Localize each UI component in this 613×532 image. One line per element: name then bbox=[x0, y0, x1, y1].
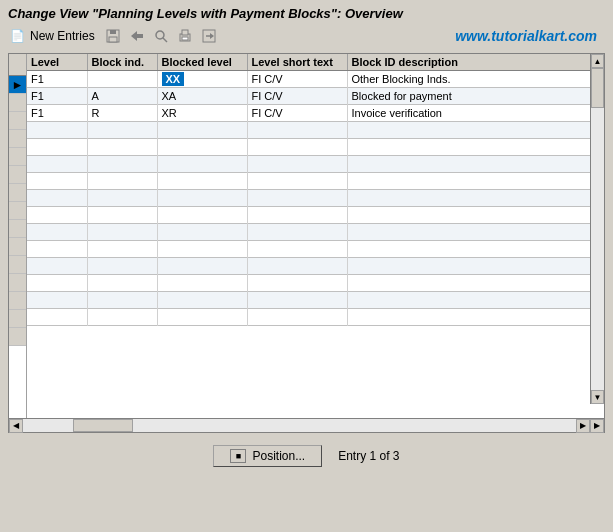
table-row-empty bbox=[27, 292, 604, 309]
col-header-block-ind: Block ind. bbox=[87, 54, 157, 71]
row-ind-13 bbox=[9, 292, 26, 310]
table-row-empty bbox=[27, 173, 604, 190]
watermark: www.tutorialkart.com bbox=[455, 28, 597, 44]
position-button[interactable]: ■ Position... bbox=[213, 445, 322, 467]
export-button[interactable] bbox=[199, 27, 219, 45]
vertical-scrollbar[interactable]: ▲ ▼ bbox=[590, 54, 604, 404]
table-row-empty bbox=[27, 241, 604, 258]
row-ind-5 bbox=[9, 148, 26, 166]
cell-level: F1 bbox=[27, 88, 87, 105]
cell-block-id-desc: Blocked for payment bbox=[347, 88, 604, 105]
print-button[interactable] bbox=[175, 27, 195, 45]
horizontal-scrollbar[interactable]: ◀ ▶ ▶ bbox=[9, 418, 604, 432]
cell-level-short: FI C/V bbox=[247, 88, 347, 105]
cell-block-id-desc: Other Blocking Inds. bbox=[347, 71, 604, 88]
hscroll-thumb[interactable] bbox=[73, 419, 133, 432]
hscroll-left-button[interactable]: ◀ bbox=[9, 419, 23, 433]
cell-block-ind: R bbox=[87, 105, 157, 122]
row-ind-8 bbox=[9, 202, 26, 220]
cell-block-ind bbox=[87, 71, 157, 88]
col-header-level-short: Level short text bbox=[247, 54, 347, 71]
col-header-block-id: Block ID description bbox=[347, 54, 604, 71]
svg-rect-8 bbox=[182, 30, 188, 35]
title-bar: Change View "Planning Levels with Paymen… bbox=[0, 0, 613, 25]
hscroll-right-button-2[interactable]: ▶ bbox=[590, 419, 604, 433]
find-button[interactable] bbox=[151, 27, 171, 45]
table-row-empty bbox=[27, 224, 604, 241]
entry-count: Entry 1 of 3 bbox=[338, 449, 399, 463]
position-btn-icon: ■ bbox=[230, 449, 246, 463]
svg-line-6 bbox=[163, 38, 167, 42]
cell-level: F1 bbox=[27, 71, 87, 88]
bottom-bar: ■ Position... Entry 1 of 3 bbox=[0, 437, 613, 473]
table-row-empty bbox=[27, 275, 604, 292]
row-ind-4 bbox=[9, 130, 26, 148]
scroll-down-button[interactable]: ▼ bbox=[591, 390, 604, 404]
save-button[interactable] bbox=[103, 27, 123, 45]
row-ind-3 bbox=[9, 112, 26, 130]
position-btn-label: Position... bbox=[252, 449, 305, 463]
table-row-empty bbox=[27, 156, 604, 173]
cell-block-id-desc: Invoice verification bbox=[347, 105, 604, 122]
cell-blocked-level: XR bbox=[157, 105, 247, 122]
cell-level: F1 bbox=[27, 105, 87, 122]
svg-rect-1 bbox=[110, 30, 116, 34]
svg-rect-9 bbox=[182, 37, 188, 40]
main-content: ► Level Block ind. Block bbox=[8, 53, 605, 433]
row-ind-15 bbox=[9, 328, 26, 346]
row-indicators-col: ► bbox=[9, 54, 27, 418]
cell-block-ind: A bbox=[87, 88, 157, 105]
table-row-empty bbox=[27, 309, 604, 326]
row-ind-6 bbox=[9, 166, 26, 184]
toolbar: 📄 New Entries www.tutorialkart.com bbox=[0, 25, 613, 49]
row-ind-14 bbox=[9, 310, 26, 328]
table-row-empty bbox=[27, 139, 604, 156]
table-row[interactable]: F1AXAFI C/VBlocked for payment bbox=[27, 88, 604, 105]
col-header-level: Level bbox=[27, 54, 87, 71]
new-entries-icon: 📄 bbox=[8, 27, 26, 45]
row-ind-10 bbox=[9, 238, 26, 256]
table-row-empty bbox=[27, 207, 604, 224]
svg-rect-4 bbox=[137, 34, 143, 38]
table-row-empty bbox=[27, 190, 604, 207]
cell-blocked-level: XA bbox=[157, 88, 247, 105]
row-ind-1: ► bbox=[9, 76, 26, 94]
row-ind-11 bbox=[9, 256, 26, 274]
scroll-thumb[interactable] bbox=[591, 68, 604, 108]
cell-blocked-level: XX bbox=[157, 71, 247, 88]
hscroll-right-button[interactable]: ▶ bbox=[576, 419, 590, 433]
table-row[interactable]: F1RXRFI C/VInvoice verification bbox=[27, 105, 604, 122]
back-button[interactable] bbox=[127, 27, 147, 45]
svg-rect-2 bbox=[109, 37, 117, 42]
table-row-empty bbox=[27, 258, 604, 275]
table-row-empty bbox=[27, 122, 604, 139]
col-header-blocked-level: Blocked level bbox=[157, 54, 247, 71]
row-ind-9 bbox=[9, 220, 26, 238]
table-row[interactable]: F1XXFI C/VOther Blocking Inds. bbox=[27, 71, 604, 88]
row-ind-12 bbox=[9, 274, 26, 292]
cell-level-short: FI C/V bbox=[247, 71, 347, 88]
new-entries-label: New Entries bbox=[30, 29, 95, 43]
cell-level-short: FI C/V bbox=[247, 105, 347, 122]
svg-marker-3 bbox=[131, 31, 137, 41]
svg-point-5 bbox=[156, 31, 164, 39]
row-ind-7 bbox=[9, 184, 26, 202]
row-ind-2 bbox=[9, 94, 26, 112]
scroll-up-button[interactable]: ▲ bbox=[591, 54, 604, 68]
